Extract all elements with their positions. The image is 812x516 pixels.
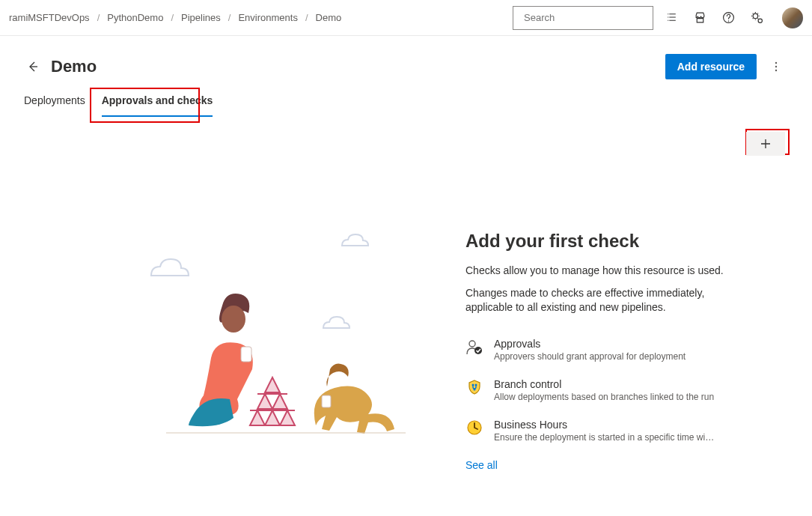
tab-deployments[interactable]: Deployments [24, 87, 85, 117]
breadcrumb-sep: / [97, 12, 100, 23]
svg-point-1 [753, 13, 757, 18]
empty-state-desc-2: Changes made to checks are effective imm… [465, 286, 743, 315]
check-type-list: Approvals Approvers should grant approva… [465, 338, 743, 443]
avatar[interactable] [782, 7, 803, 28]
approvals-icon [465, 338, 483, 356]
check-type-sub: Allow deployments based on branches link… [494, 392, 714, 402]
svg-point-12 [469, 341, 475, 347]
empty-state: Add your first check Checks allow you to… [24, 208, 788, 471]
add-check-button[interactable] [746, 132, 785, 156]
content-area: Add your first check Checks allow you to… [0, 117, 812, 486]
more-vertical-icon [770, 61, 782, 73]
svg-point-2 [758, 19, 762, 22]
svg-point-4 [775, 66, 777, 67]
svg-rect-10 [322, 395, 331, 407]
search-input[interactable] [524, 12, 650, 23]
svg-point-6 [222, 306, 245, 333]
top-icons [664, 7, 803, 28]
check-type-approvals[interactable]: Approvals Approvers should grant approva… [465, 338, 743, 362]
add-resource-button[interactable]: Add resource [665, 54, 757, 79]
breadcrumb-project[interactable]: PythonDemo [107, 12, 163, 23]
breadcrumb: ramiMSFTDevOps / PythonDemo / Pipelines … [9, 12, 513, 23]
back-button[interactable] [21, 55, 45, 79]
empty-state-desc-1: Checks allow you to manage how this reso… [465, 264, 743, 279]
settings-icon[interactable] [749, 10, 764, 25]
search-box[interactable] [513, 6, 653, 30]
breadcrumb-org[interactable]: ramiMSFTDevOps [9, 12, 90, 23]
tabs: Deployments Approvals and checks [0, 87, 812, 117]
tab-approvals-checks[interactable]: Approvals and checks [102, 87, 213, 117]
breadcrumb-sep: / [228, 12, 231, 23]
check-type-sub: Approvers should grant approval for depl… [494, 351, 686, 362]
illustration [136, 231, 436, 455]
page-header: Demo Add resource [0, 36, 812, 87]
back-arrow-icon [27, 61, 39, 73]
page-title: Demo [51, 57, 665, 76]
check-type-branch-control[interactable]: Branch control Allow deployments based o… [465, 378, 743, 402]
filter-icon[interactable] [664, 10, 679, 25]
check-type-sub: Ensure the deployment is started in a sp… [494, 432, 718, 443]
plus-icon [760, 139, 771, 149]
top-bar: ramiMSFTDevOps / PythonDemo / Pipelines … [0, 0, 812, 36]
more-menu-button[interactable] [764, 55, 788, 79]
svg-point-5 [775, 70, 777, 71]
check-type-name: Business Hours [494, 419, 718, 431]
branch-control-icon [465, 378, 483, 396]
breadcrumb-sep: / [305, 12, 308, 23]
business-hours-icon [465, 419, 483, 437]
check-type-business-hours[interactable]: Business Hours Ensure the deployment is … [465, 419, 743, 443]
check-type-name: Approvals [494, 338, 686, 350]
svg-point-3 [775, 62, 777, 64]
check-type-name: Branch control [494, 378, 714, 390]
breadcrumb-sep: / [171, 12, 174, 23]
svg-point-13 [474, 347, 482, 354]
see-all-link[interactable]: See all [465, 459, 743, 471]
breadcrumb-pipelines[interactable]: Pipelines [181, 12, 221, 23]
help-icon[interactable] [721, 10, 736, 25]
marketplace-icon[interactable] [692, 10, 707, 25]
check-info: Add your first check Checks allow you to… [436, 208, 743, 471]
breadcrumb-environments[interactable]: Environments [238, 12, 297, 23]
empty-state-title: Add your first check [465, 231, 743, 252]
breadcrumb-current[interactable]: Demo [316, 12, 342, 23]
svg-rect-7 [241, 347, 251, 362]
